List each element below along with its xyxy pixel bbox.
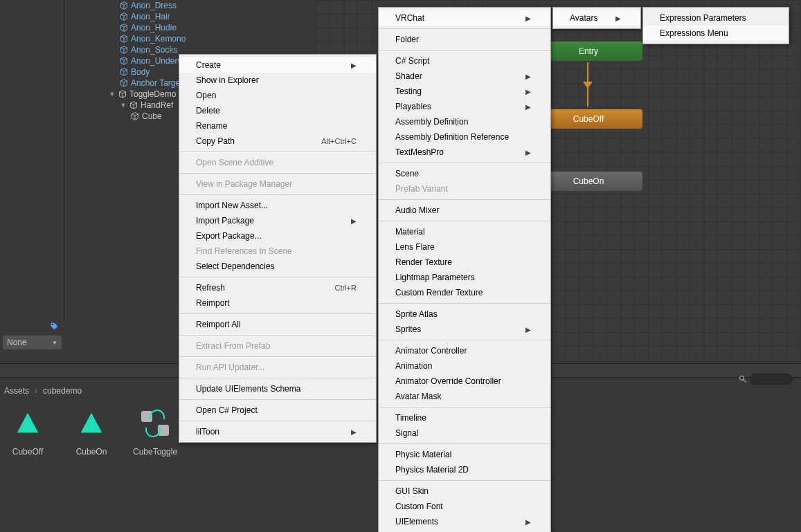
menu-item[interactable]: Rename xyxy=(179,118,376,134)
menu-item[interactable]: Reimport All xyxy=(179,317,376,332)
prefab-cube-icon xyxy=(120,1,128,10)
menu-item[interactable]: Reimport xyxy=(179,295,376,311)
asset-item[interactable]: CubeOn xyxy=(69,404,114,457)
prefab-cube-icon xyxy=(120,12,128,21)
menu-item[interactable]: Expressions Menu xyxy=(643,26,789,41)
label-icon[interactable] xyxy=(0,322,64,333)
menu-item[interactable]: Sprite Atlas xyxy=(379,306,550,322)
menu-item-label: Custom Font xyxy=(395,502,443,511)
menu-item[interactable]: lilToon▶ xyxy=(179,424,376,439)
prefab-cube-icon xyxy=(120,46,128,54)
chevron-right-icon: ▶ xyxy=(525,15,531,22)
menu-item[interactable]: Testing▶ xyxy=(379,84,550,99)
hierarchy-item[interactable]: Anon_Kemono xyxy=(64,33,316,44)
menu-item[interactable]: Delete xyxy=(179,103,376,118)
menu-separator xyxy=(179,194,376,195)
hierarchy-item-label: Anon_Dress xyxy=(131,1,177,10)
hierarchy-item[interactable]: Anon_Hudie xyxy=(64,22,316,33)
menu-item[interactable]: Lightmap Parameters xyxy=(379,270,550,285)
foldout-icon[interactable]: ▼ xyxy=(109,91,116,98)
menu-item[interactable]: Copy PathAlt+Ctrl+C xyxy=(179,134,376,149)
menu-item-label: Export Package... xyxy=(196,231,262,241)
menu-item: Find References In Scene xyxy=(179,244,376,259)
menu-item[interactable]: Folder xyxy=(379,32,550,47)
menu-item[interactable]: Shader▶ xyxy=(379,68,550,84)
menu-item[interactable]: Update UIElements Schema xyxy=(179,381,376,396)
menu-item[interactable]: Playables▶ xyxy=(379,99,550,114)
menu-item-label: Show in Explorer xyxy=(196,75,259,85)
menu-item-label: Lens Flare xyxy=(395,242,435,252)
asset-item[interactable]: CubeToggle xyxy=(133,404,177,457)
menu-item[interactable]: Select Dependencies xyxy=(179,259,376,274)
menu-item: View in Package Manager xyxy=(179,176,376,192)
menu-item[interactable]: Lens Flare xyxy=(379,239,550,255)
asset-label: CubeOn xyxy=(69,447,114,457)
menu-item[interactable]: Animator Controller xyxy=(379,343,550,358)
asset-item[interactable]: CubeOff xyxy=(6,404,50,457)
menu-item-label: Assembly Definition xyxy=(395,117,468,127)
menu-item[interactable]: Timeline xyxy=(379,410,550,425)
menu-item[interactable]: Avatar Mask xyxy=(379,389,550,404)
menu-item[interactable]: Signal xyxy=(379,425,550,441)
menu-item[interactable]: Create▶ xyxy=(179,57,376,73)
menu-item[interactable]: Export Package... xyxy=(179,228,376,244)
foldout-icon[interactable]: ▼ xyxy=(120,102,127,109)
menu-item[interactable]: Sprites▶ xyxy=(379,322,550,337)
menu-item[interactable]: Import Package▶ xyxy=(179,213,376,228)
menu-item-label: Animator Override Controller xyxy=(395,376,501,386)
menu-item[interactable]: TextMeshPro▶ xyxy=(379,145,550,160)
menu-item[interactable]: RefreshCtrl+R xyxy=(179,280,376,295)
chevron-down-icon: ▼ xyxy=(52,340,57,346)
breadcrumb[interactable]: Assets › cubedemo xyxy=(4,386,82,396)
menu-item-label: Physic Material xyxy=(395,450,451,459)
menu-item-label: Expressions Menu xyxy=(660,28,728,38)
breadcrumb-root[interactable]: Assets xyxy=(4,386,29,396)
menu-separator xyxy=(179,313,376,314)
menu-item-label: Run API Updater... xyxy=(196,363,264,372)
menu-item[interactable]: C# Script xyxy=(379,53,550,68)
project-search-input[interactable] xyxy=(750,374,793,385)
hierarchy-item[interactable]: Anon_Hair xyxy=(64,11,316,22)
menu-item[interactable]: Assembly Definition xyxy=(379,114,550,129)
menu-item[interactable]: Open C# Project xyxy=(179,403,376,418)
chevron-right-icon: › xyxy=(35,386,37,396)
menu-item[interactable]: Avatars▶ xyxy=(553,10,640,26)
menu-item-label: View in Package Manager xyxy=(196,179,292,189)
chevron-right-icon: ▶ xyxy=(525,103,531,111)
menu-item[interactable]: Animation xyxy=(379,358,550,374)
search-icon xyxy=(739,375,747,383)
menu-item[interactable]: Material xyxy=(379,224,550,239)
menu-item[interactable]: Expression Parameters xyxy=(643,10,789,26)
hierarchy-item-label: Cube xyxy=(142,111,162,121)
menu-item[interactable]: Assembly Definition Reference xyxy=(379,129,550,145)
menu-item[interactable]: GUI Skin xyxy=(379,484,550,499)
layer-dropdown[interactable]: None ▼ xyxy=(3,336,62,349)
menu-item[interactable]: VRChat▶ xyxy=(379,10,550,26)
menu-item-label: Avatar Mask xyxy=(395,392,441,401)
svg-line-2 xyxy=(744,380,746,383)
menu-item[interactable]: Custom Font xyxy=(379,499,550,514)
menu-item[interactable]: Import New Asset... xyxy=(179,198,376,213)
menu-item[interactable]: UIElements▶ xyxy=(379,514,550,529)
menu-item-label: lilToon xyxy=(196,427,219,437)
menu-item[interactable]: Physic Material xyxy=(379,447,550,462)
menu-item[interactable]: Show in Explorer xyxy=(179,73,376,88)
menu-item[interactable]: Physics Material 2D xyxy=(379,462,550,477)
menu-item-label: Update UIElements Schema xyxy=(196,384,300,394)
menu-item[interactable]: Animator Override Controller xyxy=(379,374,550,389)
menu-item[interactable]: Render Texture xyxy=(379,255,550,270)
hierarchy-item[interactable]: Anon_Dress xyxy=(64,0,316,11)
menu-separator xyxy=(379,50,550,51)
menu-item-label: Sprites xyxy=(395,324,421,334)
menu-item[interactable]: Custom Render Texture xyxy=(379,285,550,300)
menu-item-label: Playables xyxy=(395,102,431,111)
menu-item[interactable]: Open xyxy=(179,88,376,103)
menu-item-label: Shader xyxy=(395,71,422,81)
menu-item-label: Folder xyxy=(395,35,419,44)
breadcrumb-folder[interactable]: cubedemo xyxy=(43,386,82,396)
menu-item[interactable]: Audio Mixer xyxy=(379,203,550,218)
menu-item[interactable]: Scene xyxy=(379,166,550,181)
hierarchy-item-label: Anon_Socks xyxy=(131,45,177,55)
menu-separator xyxy=(379,407,550,407)
menu-item-label: Lightmap Parameters xyxy=(395,273,475,282)
